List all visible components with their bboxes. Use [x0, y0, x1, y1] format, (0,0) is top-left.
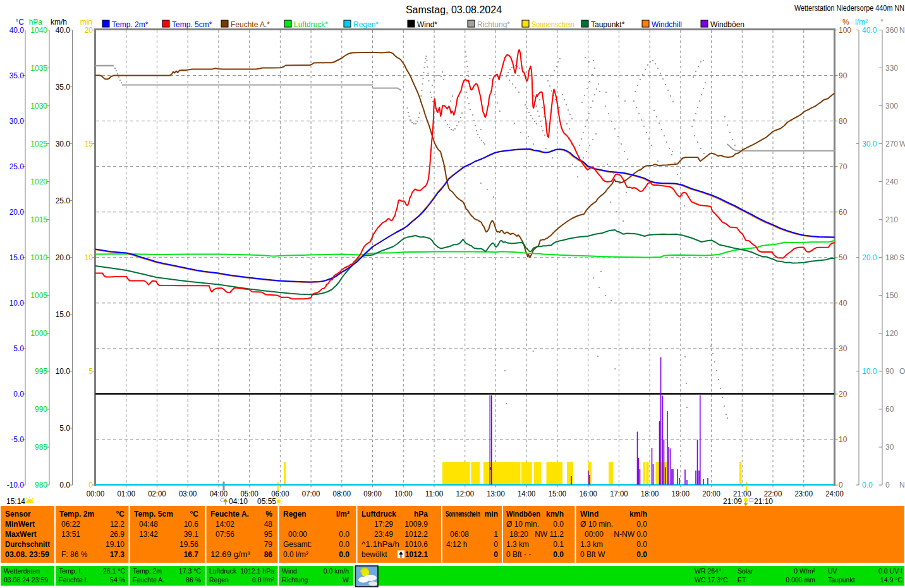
- svg-text:Ø 10 min.: Ø 10 min.: [580, 520, 613, 529]
- svg-text:Windböen: Windböen: [506, 510, 540, 519]
- svg-text:40: 40: [839, 299, 847, 308]
- svg-text:1012.1: 1012.1: [405, 550, 428, 559]
- svg-text:02:00: 02:00: [148, 489, 166, 498]
- svg-text:10.0: 10.0: [56, 367, 71, 376]
- svg-text:990: 990: [35, 405, 47, 414]
- svg-text:Luftdruck: Luftdruck: [209, 567, 237, 575]
- svg-text:10.0: 10.0: [862, 367, 877, 376]
- svg-text:NW 11.2: NW 11.2: [535, 530, 564, 539]
- svg-text:150: 150: [885, 291, 898, 300]
- svg-text:Temp. 2m: Temp. 2m: [59, 510, 94, 519]
- svg-text:86 %: 86 %: [186, 576, 201, 584]
- svg-text:Feuchte A.*: Feuchte A.*: [231, 20, 270, 29]
- svg-text:25.0: 25.0: [56, 196, 71, 205]
- svg-text:W: W: [899, 140, 905, 148]
- svg-text:0.0: 0.0: [636, 540, 647, 549]
- svg-text:210: 210: [885, 215, 898, 224]
- svg-text:60: 60: [885, 405, 894, 414]
- svg-text:%: %: [265, 510, 272, 519]
- svg-text:19:00: 19:00: [672, 489, 690, 498]
- svg-text:30.0: 30.0: [56, 140, 71, 148]
- svg-text:Windböen: Windböen: [710, 20, 744, 29]
- svg-text:N-NW 0.0: N-NW 0.0: [614, 530, 647, 539]
- svg-text:0.0: 0.0: [59, 481, 70, 489]
- svg-text:19.56: 19.56: [179, 540, 198, 549]
- svg-text:80: 80: [839, 117, 847, 126]
- svg-text:40.0: 40.0: [862, 26, 877, 35]
- svg-text:hPa: hPa: [414, 510, 428, 519]
- svg-text:km/h: km/h: [546, 510, 564, 519]
- svg-text:54 %: 54 %: [110, 576, 125, 584]
- svg-text:1005: 1005: [30, 291, 47, 300]
- svg-text:0.000 mm: 0.000 mm: [786, 576, 815, 584]
- svg-text:10: 10: [839, 435, 847, 444]
- svg-text:0.0 l/m²: 0.0 l/m²: [252, 576, 275, 584]
- svg-text:Luftdruck*: Luftdruck*: [294, 20, 328, 29]
- svg-text:26.9: 26.9: [110, 530, 125, 539]
- svg-text:0 W/m²: 0 W/m²: [794, 567, 815, 575]
- svg-text:15:00: 15:00: [549, 489, 567, 498]
- svg-text:1035: 1035: [30, 64, 47, 73]
- svg-text:86: 86: [264, 550, 273, 559]
- svg-text:0 Bft W: 0 Bft W: [580, 550, 605, 559]
- svg-text:S: S: [899, 253, 904, 262]
- svg-text:09:00: 09:00: [363, 489, 382, 498]
- svg-text:20: 20: [839, 390, 847, 399]
- svg-text:0.0: 0.0: [339, 540, 349, 549]
- svg-text:240: 240: [885, 177, 898, 186]
- svg-text:40.0: 40.0: [9, 26, 25, 35]
- svg-text:Durchschnitt: Durchschnitt: [5, 540, 50, 549]
- svg-text:1015: 1015: [30, 215, 47, 224]
- svg-text:25.0: 25.0: [9, 162, 25, 171]
- svg-text:0.1: 0.1: [553, 540, 564, 549]
- svg-text:Feuchte A.: Feuchte A.: [210, 510, 249, 519]
- svg-text:24:00: 24:00: [825, 489, 844, 498]
- svg-text:985: 985: [35, 443, 47, 452]
- svg-text:1012.2: 1012.2: [404, 530, 428, 539]
- svg-text:20:00: 20:00: [702, 489, 720, 498]
- svg-text:0.0 km/h: 0.0 km/h: [324, 567, 349, 575]
- svg-text:10:00: 10:00: [394, 489, 413, 498]
- svg-text:07:56: 07:56: [216, 530, 234, 539]
- svg-text:03.08. 23:59: 03.08. 23:59: [5, 550, 49, 559]
- svg-text:17.3: 17.3: [110, 550, 125, 559]
- svg-text:°: °: [880, 18, 884, 27]
- svg-text:Richtung: Richtung: [282, 576, 308, 584]
- svg-text:35.0: 35.0: [9, 71, 25, 80]
- svg-text:00:00: 00:00: [585, 530, 604, 539]
- svg-text:Richtung*: Richtung*: [477, 20, 510, 29]
- svg-text:10.6: 10.6: [184, 520, 199, 529]
- svg-text:0: 0: [885, 481, 890, 489]
- svg-text:1010: 1010: [30, 253, 47, 262]
- svg-text:79: 79: [264, 540, 273, 549]
- svg-text:12.2: 12.2: [110, 520, 125, 529]
- svg-text:05:55: 05:55: [257, 497, 276, 506]
- svg-text:300: 300: [885, 102, 898, 111]
- svg-text:Regen*: Regen*: [353, 20, 379, 29]
- svg-text:00:00: 00:00: [288, 530, 307, 539]
- svg-text:20: 20: [85, 26, 94, 35]
- svg-text:120: 120: [885, 329, 898, 338]
- svg-text:Gesamt:: Gesamt:: [283, 540, 312, 549]
- svg-text:UV: UV: [828, 567, 837, 575]
- svg-text:01:00: 01:00: [117, 489, 135, 498]
- svg-text:50: 50: [839, 253, 847, 262]
- svg-text:30: 30: [839, 344, 847, 353]
- svg-text:20.0: 20.0: [9, 208, 25, 217]
- svg-text:Luftdruck: Luftdruck: [361, 510, 396, 519]
- svg-text:0.0 l/m²: 0.0 l/m²: [283, 550, 308, 559]
- svg-text:W: W: [343, 576, 349, 584]
- svg-text:0: 0: [494, 540, 498, 549]
- svg-text:min: min: [485, 510, 498, 519]
- svg-text:270: 270: [885, 140, 898, 148]
- svg-text:10: 10: [85, 253, 94, 262]
- svg-text:17.3 °C: 17.3 °C: [179, 567, 202, 575]
- svg-text:04:00: 04:00: [210, 489, 228, 498]
- svg-text:04:48: 04:48: [139, 520, 158, 529]
- svg-text:48: 48: [264, 520, 273, 529]
- svg-text:100: 100: [839, 26, 851, 35]
- svg-text:30.0: 30.0: [9, 117, 25, 126]
- svg-text:0.0: 0.0: [636, 550, 647, 559]
- svg-text:Temp. 5cm: Temp. 5cm: [134, 510, 173, 519]
- svg-text:11:00: 11:00: [425, 489, 444, 498]
